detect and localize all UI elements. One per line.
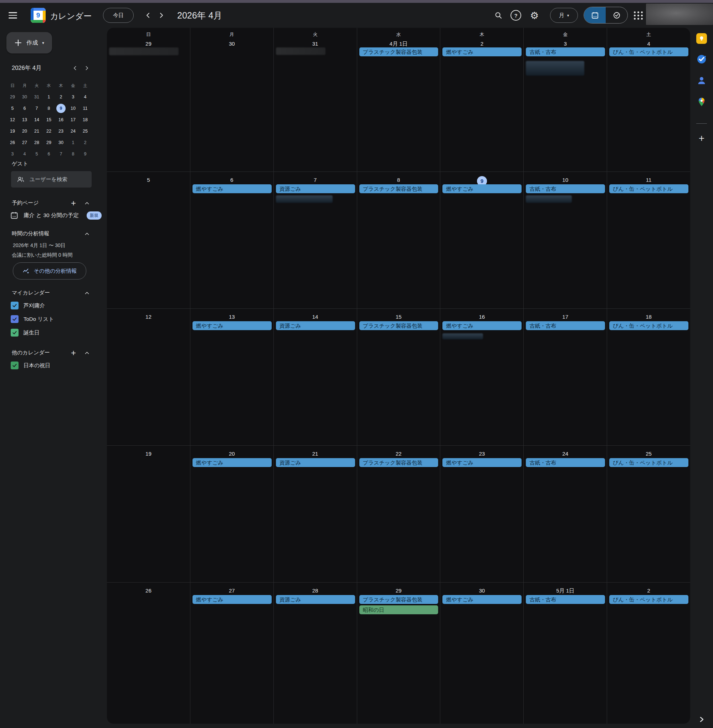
event-chip[interactable]: 資源ごみ — [276, 184, 355, 193]
day-cell[interactable]: 14資源ごみ — [274, 309, 357, 445]
settings-button[interactable]: ⚙ — [527, 8, 541, 22]
event-chip[interactable]: 古紙・古布 — [526, 184, 605, 193]
day-cell[interactable]: 27燃やすごみ — [190, 583, 273, 724]
mini-day[interactable]: 31 — [31, 91, 43, 103]
day-cell[interactable]: 24古紙・古布 — [524, 446, 607, 582]
mini-day[interactable]: 12 — [6, 114, 19, 125]
event-chip[interactable]: 燃やすごみ — [442, 595, 522, 604]
mini-day[interactable]: 2 — [79, 137, 91, 148]
event-chip[interactable]: プラスチック製容器包装 — [359, 48, 439, 56]
day-cell[interactable]: 20燃やすごみ — [190, 446, 273, 582]
event-chip[interactable]: びん・缶・ペットボトル — [609, 184, 688, 193]
my-calendars-collapse-button[interactable] — [80, 286, 94, 300]
day-cell[interactable]: 日29 — [107, 28, 190, 172]
mini-day[interactable]: 30 — [19, 91, 31, 103]
calendar-tasks-toggle[interactable] — [583, 7, 628, 24]
day-cell[interactable]: 18びん・缶・ペットボトル — [607, 309, 690, 445]
mini-day[interactable]: 27 — [19, 137, 31, 148]
search-button[interactable] — [491, 8, 506, 22]
tasks-button[interactable] — [694, 51, 709, 67]
mini-day[interactable]: 5 — [6, 103, 19, 114]
mini-day[interactable]: 5 — [31, 148, 43, 160]
calendar-view-toggle[interactable] — [584, 7, 606, 23]
event-chip[interactable]: 資源ごみ — [276, 458, 355, 467]
event-chip[interactable]: 古紙・古布 — [526, 595, 605, 604]
event-chip[interactable]: 古紙・古布 — [526, 321, 605, 330]
today-button[interactable]: 今日 — [103, 8, 134, 23]
mini-day[interactable]: 25 — [79, 125, 91, 137]
contacts-button[interactable] — [694, 73, 709, 88]
mini-day[interactable]: 7 — [31, 103, 43, 114]
maps-button[interactable] — [694, 94, 709, 110]
mini-day[interactable]: 6 — [19, 103, 31, 114]
redacted-event[interactable] — [276, 195, 333, 203]
redacted-event[interactable] — [442, 333, 483, 339]
show-side-panel-button[interactable] — [694, 712, 709, 727]
calendar-checkbox[interactable] — [11, 361, 19, 369]
event-chip[interactable]: びん・缶・ペットボトル — [609, 595, 688, 604]
other-calendar-item[interactable]: 日本の祝日 — [0, 359, 107, 372]
event-chip[interactable]: 燃やすごみ — [192, 184, 271, 193]
event-chip[interactable]: びん・缶・ペットボトル — [609, 458, 688, 467]
event-chip[interactable]: 燃やすごみ — [192, 458, 271, 467]
event-chip[interactable]: プラスチック製容器包装 — [359, 321, 439, 330]
day-cell[interactable]: 17古紙・古布 — [524, 309, 607, 445]
event-chip[interactable]: プラスチック製容器包装 — [359, 595, 439, 604]
day-cell[interactable]: 15プラスチック製容器包装 — [357, 309, 440, 445]
view-selector[interactable]: 月 ▾ — [550, 8, 578, 23]
more-insights-button[interactable]: その他の分析情報 — [13, 263, 86, 279]
booking-add-button[interactable]: + — [66, 196, 81, 210]
mini-day[interactable]: 8 — [43, 103, 55, 114]
event-chip[interactable]: プラスチック製容器包装 — [359, 458, 439, 467]
day-cell[interactable]: 7資源ごみ — [274, 172, 357, 308]
other-calendars-collapse-button[interactable] — [80, 346, 94, 360]
other-calendars-add-button[interactable]: + — [66, 346, 81, 360]
event-chip[interactable]: 資源ごみ — [276, 595, 355, 604]
day-cell[interactable]: 木2燃やすごみ — [440, 28, 524, 172]
mini-day[interactable]: 28 — [31, 137, 43, 148]
mini-day[interactable]: 24 — [67, 125, 79, 137]
day-cell[interactable]: 5 — [107, 172, 190, 308]
day-cell[interactable]: 16燃やすごみ — [440, 309, 524, 445]
mini-day[interactable]: 23 — [55, 125, 67, 137]
mini-day[interactable]: 19 — [6, 125, 19, 137]
date-label[interactable]: 5 — [107, 176, 190, 186]
mini-day[interactable]: 20 — [19, 125, 31, 137]
mini-day[interactable]: 26 — [6, 137, 19, 148]
day-cell[interactable]: 30燃やすごみ — [440, 583, 524, 724]
mini-day[interactable]: 3 — [6, 148, 19, 160]
redacted-event[interactable] — [276, 48, 326, 55]
booking-collapse-button[interactable] — [80, 196, 94, 210]
event-chip[interactable]: 燃やすごみ — [442, 48, 522, 56]
event-chip[interactable]: びん・缶・ペットボトル — [609, 321, 688, 330]
event-chip[interactable]: 昭和の日 — [359, 606, 439, 614]
mini-day[interactable]: 29 — [43, 137, 55, 148]
event-chip[interactable]: 燃やすごみ — [442, 321, 522, 330]
event-chip[interactable]: 燃やすごみ — [192, 321, 271, 330]
calendar-checkbox[interactable] — [11, 301, 19, 309]
day-cell[interactable]: 12 — [107, 309, 190, 445]
calendar-checkbox[interactable] — [11, 329, 19, 337]
prev-period-button[interactable] — [141, 8, 155, 22]
day-cell[interactable]: 13燃やすごみ — [190, 309, 273, 445]
day-cell[interactable]: 9燃やすごみ — [440, 172, 524, 308]
day-cell[interactable]: 28資源ごみ — [274, 583, 357, 724]
mini-day[interactable]: 4 — [19, 148, 31, 160]
mini-day[interactable]: 30 — [55, 137, 67, 148]
mini-day[interactable]: 15 — [43, 114, 55, 125]
day-cell[interactable]: 6燃やすごみ — [190, 172, 273, 308]
create-button[interactable]: 作成 ▾ — [6, 32, 52, 54]
day-cell[interactable]: 月30 — [190, 28, 273, 172]
day-cell[interactable]: 金3古紙・古布 — [524, 28, 607, 172]
day-cell[interactable]: 25びん・缶・ペットボトル — [607, 446, 690, 582]
insights-collapse-button[interactable] — [80, 227, 94, 241]
mini-day[interactable]: 13 — [19, 114, 31, 125]
mini-day[interactable]: 11 — [79, 103, 91, 114]
mini-day[interactable]: 10 — [67, 103, 79, 114]
mini-day[interactable]: 4 — [79, 91, 91, 103]
mini-day[interactable]: 14 — [31, 114, 43, 125]
next-period-button[interactable] — [154, 8, 168, 22]
mini-day[interactable]: 2 — [55, 91, 67, 103]
day-cell[interactable]: 8プラスチック製容器包装 — [357, 172, 440, 308]
my-calendar-item[interactable]: ToDo リスト — [0, 312, 107, 326]
